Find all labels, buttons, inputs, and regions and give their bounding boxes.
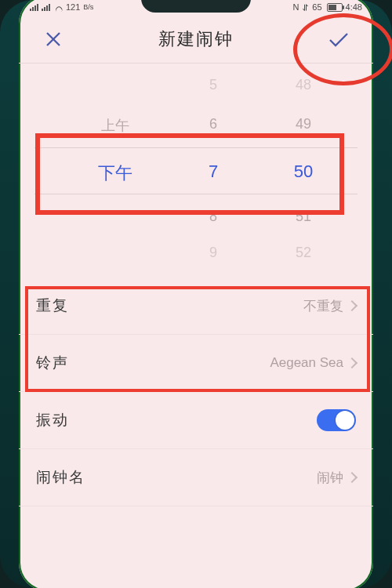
- row-alarm-name[interactable]: 闹钟名 闹钟: [19, 449, 373, 506]
- page-title: 新建闹钟: [158, 27, 234, 51]
- row-vibrate[interactable]: 振动: [19, 392, 373, 449]
- row-repeat-value: 不重复: [303, 297, 343, 315]
- row-ringtone-value: Aegean Sea: [270, 355, 343, 371]
- signal-bars-icon-2: [42, 4, 50, 11]
- minute-option: 51: [252, 209, 354, 225]
- settings-list: 重复 不重复 铃声 Aegean Sea 振动 闹钟名: [19, 278, 373, 506]
- notch: [141, 0, 251, 13]
- time-picker[interactable]: 上午 下午 5 6 7 8 9 48 49 50 51 52: [19, 66, 373, 271]
- minute-option: 52: [252, 245, 354, 261]
- minute-option: 49: [252, 116, 354, 132]
- minute-selected: 50: [252, 162, 354, 182]
- chevron-right-icon: [347, 300, 358, 311]
- minute-option: 48: [252, 77, 354, 93]
- net-speed-unit: B/s: [83, 3, 93, 11]
- minute-column[interactable]: 48 49 50 51 52: [252, 66, 354, 271]
- row-repeat-label: 重复: [36, 296, 69, 316]
- phone-frame: 121 B/s N ⇋ 65 4:48 新建闹钟: [0, 0, 392, 588]
- row-ringtone[interactable]: 铃声 Aegean Sea: [19, 335, 373, 392]
- hour-option: 6: [174, 116, 252, 132]
- header-divider: [19, 63, 373, 64]
- chevron-right-icon: [347, 358, 358, 368]
- row-vibrate-label: 振动: [36, 410, 69, 430]
- confirm-button[interactable]: [323, 24, 354, 55]
- ampm-selected: 下午: [64, 162, 166, 185]
- chevron-right-icon: [347, 472, 358, 483]
- hour-option: 9: [174, 245, 252, 261]
- wifi-icon: [53, 3, 63, 11]
- screen: 121 B/s N ⇋ 65 4:48 新建闹钟: [19, 0, 373, 588]
- hour-column[interactable]: 5 6 7 8 9: [174, 66, 252, 271]
- checkmark-icon: [328, 31, 350, 48]
- nfc-icon: N: [292, 2, 299, 12]
- header: 新建闹钟: [19, 17, 373, 61]
- close-button[interactable]: [38, 24, 69, 55]
- ampm-option: 上午: [64, 116, 166, 135]
- battery-icon: [327, 3, 343, 12]
- signal-bars-icon: [30, 4, 38, 11]
- ampm-column[interactable]: 上午 下午: [64, 66, 166, 271]
- close-icon: [45, 31, 62, 48]
- toggle-knob: [336, 411, 354, 430]
- vibrate-toggle[interactable]: [317, 409, 356, 431]
- row-repeat[interactable]: 重复 不重复: [19, 278, 373, 335]
- hour-option: 5: [174, 77, 252, 93]
- hour-option: 8: [174, 209, 252, 225]
- row-alarm-name-value: 闹钟: [317, 469, 343, 487]
- row-ringtone-label: 铃声: [36, 353, 69, 373]
- battery-percent: 65: [312, 2, 321, 12]
- row-alarm-name-label: 闹钟名: [36, 467, 85, 488]
- hour-selected: 7: [174, 162, 252, 182]
- net-speed: 121: [66, 2, 80, 12]
- status-clock: 4:48: [346, 2, 362, 12]
